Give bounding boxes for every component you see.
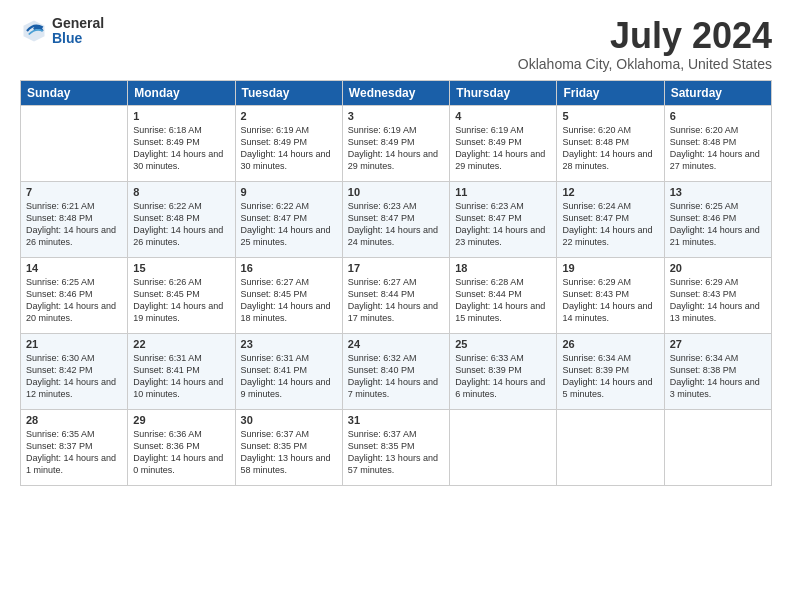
day-number: 19 bbox=[562, 262, 658, 274]
day-number: 12 bbox=[562, 186, 658, 198]
day-cell: 14Sunrise: 6:25 AM Sunset: 8:46 PM Dayli… bbox=[21, 257, 128, 333]
day-cell bbox=[450, 409, 557, 485]
day-number: 4 bbox=[455, 110, 551, 122]
day-info: Sunrise: 6:25 AM Sunset: 8:46 PM Dayligh… bbox=[670, 200, 766, 249]
day-cell: 11Sunrise: 6:23 AM Sunset: 8:47 PM Dayli… bbox=[450, 181, 557, 257]
weekday-header-sunday: Sunday bbox=[21, 80, 128, 105]
day-number: 15 bbox=[133, 262, 229, 274]
day-cell: 24Sunrise: 6:32 AM Sunset: 8:40 PM Dayli… bbox=[342, 333, 449, 409]
weekday-header-saturday: Saturday bbox=[664, 80, 771, 105]
page: General Blue July 2024 Oklahoma City, Ok… bbox=[0, 0, 792, 612]
week-row-3: 14Sunrise: 6:25 AM Sunset: 8:46 PM Dayli… bbox=[21, 257, 772, 333]
subtitle: Oklahoma City, Oklahoma, United States bbox=[518, 56, 772, 72]
day-info: Sunrise: 6:34 AM Sunset: 8:39 PM Dayligh… bbox=[562, 352, 658, 401]
day-cell: 31Sunrise: 6:37 AM Sunset: 8:35 PM Dayli… bbox=[342, 409, 449, 485]
day-cell bbox=[664, 409, 771, 485]
day-info: Sunrise: 6:27 AM Sunset: 8:44 PM Dayligh… bbox=[348, 276, 444, 325]
day-number: 5 bbox=[562, 110, 658, 122]
day-number: 30 bbox=[241, 414, 337, 426]
day-info: Sunrise: 6:37 AM Sunset: 8:35 PM Dayligh… bbox=[348, 428, 444, 477]
day-cell: 25Sunrise: 6:33 AM Sunset: 8:39 PM Dayli… bbox=[450, 333, 557, 409]
day-cell: 15Sunrise: 6:26 AM Sunset: 8:45 PM Dayli… bbox=[128, 257, 235, 333]
day-cell: 5Sunrise: 6:20 AM Sunset: 8:48 PM Daylig… bbox=[557, 105, 664, 181]
day-info: Sunrise: 6:35 AM Sunset: 8:37 PM Dayligh… bbox=[26, 428, 122, 477]
day-info: Sunrise: 6:37 AM Sunset: 8:35 PM Dayligh… bbox=[241, 428, 337, 477]
day-cell: 19Sunrise: 6:29 AM Sunset: 8:43 PM Dayli… bbox=[557, 257, 664, 333]
day-cell: 9Sunrise: 6:22 AM Sunset: 8:47 PM Daylig… bbox=[235, 181, 342, 257]
day-info: Sunrise: 6:21 AM Sunset: 8:48 PM Dayligh… bbox=[26, 200, 122, 249]
weekday-header-monday: Monday bbox=[128, 80, 235, 105]
main-title: July 2024 bbox=[518, 16, 772, 56]
week-row-1: 1Sunrise: 6:18 AM Sunset: 8:49 PM Daylig… bbox=[21, 105, 772, 181]
day-cell: 27Sunrise: 6:34 AM Sunset: 8:38 PM Dayli… bbox=[664, 333, 771, 409]
day-info: Sunrise: 6:31 AM Sunset: 8:41 PM Dayligh… bbox=[133, 352, 229, 401]
day-cell: 18Sunrise: 6:28 AM Sunset: 8:44 PM Dayli… bbox=[450, 257, 557, 333]
day-cell bbox=[557, 409, 664, 485]
day-number: 7 bbox=[26, 186, 122, 198]
weekday-header-thursday: Thursday bbox=[450, 80, 557, 105]
day-info: Sunrise: 6:20 AM Sunset: 8:48 PM Dayligh… bbox=[670, 124, 766, 173]
day-info: Sunrise: 6:24 AM Sunset: 8:47 PM Dayligh… bbox=[562, 200, 658, 249]
day-info: Sunrise: 6:26 AM Sunset: 8:45 PM Dayligh… bbox=[133, 276, 229, 325]
day-number: 18 bbox=[455, 262, 551, 274]
week-row-2: 7Sunrise: 6:21 AM Sunset: 8:48 PM Daylig… bbox=[21, 181, 772, 257]
day-info: Sunrise: 6:19 AM Sunset: 8:49 PM Dayligh… bbox=[348, 124, 444, 173]
day-info: Sunrise: 6:25 AM Sunset: 8:46 PM Dayligh… bbox=[26, 276, 122, 325]
day-cell: 20Sunrise: 6:29 AM Sunset: 8:43 PM Dayli… bbox=[664, 257, 771, 333]
day-cell: 10Sunrise: 6:23 AM Sunset: 8:47 PM Dayli… bbox=[342, 181, 449, 257]
day-number: 29 bbox=[133, 414, 229, 426]
day-number: 26 bbox=[562, 338, 658, 350]
day-info: Sunrise: 6:30 AM Sunset: 8:42 PM Dayligh… bbox=[26, 352, 122, 401]
day-number: 2 bbox=[241, 110, 337, 122]
day-number: 8 bbox=[133, 186, 229, 198]
day-number: 22 bbox=[133, 338, 229, 350]
day-cell: 7Sunrise: 6:21 AM Sunset: 8:48 PM Daylig… bbox=[21, 181, 128, 257]
day-number: 28 bbox=[26, 414, 122, 426]
day-cell: 6Sunrise: 6:20 AM Sunset: 8:48 PM Daylig… bbox=[664, 105, 771, 181]
day-number: 20 bbox=[670, 262, 766, 274]
logo-text: General Blue bbox=[52, 16, 104, 47]
day-number: 9 bbox=[241, 186, 337, 198]
day-info: Sunrise: 6:29 AM Sunset: 8:43 PM Dayligh… bbox=[562, 276, 658, 325]
day-cell: 2Sunrise: 6:19 AM Sunset: 8:49 PM Daylig… bbox=[235, 105, 342, 181]
logo-icon bbox=[20, 17, 48, 45]
day-cell: 26Sunrise: 6:34 AM Sunset: 8:39 PM Dayli… bbox=[557, 333, 664, 409]
logo-general: General bbox=[52, 16, 104, 31]
day-info: Sunrise: 6:34 AM Sunset: 8:38 PM Dayligh… bbox=[670, 352, 766, 401]
day-cell: 13Sunrise: 6:25 AM Sunset: 8:46 PM Dayli… bbox=[664, 181, 771, 257]
day-cell: 12Sunrise: 6:24 AM Sunset: 8:47 PM Dayli… bbox=[557, 181, 664, 257]
logo: General Blue bbox=[20, 16, 104, 47]
header: General Blue July 2024 Oklahoma City, Ok… bbox=[20, 16, 772, 72]
day-cell: 8Sunrise: 6:22 AM Sunset: 8:48 PM Daylig… bbox=[128, 181, 235, 257]
day-cell: 16Sunrise: 6:27 AM Sunset: 8:45 PM Dayli… bbox=[235, 257, 342, 333]
day-number: 13 bbox=[670, 186, 766, 198]
day-number: 10 bbox=[348, 186, 444, 198]
day-number: 11 bbox=[455, 186, 551, 198]
day-cell: 21Sunrise: 6:30 AM Sunset: 8:42 PM Dayli… bbox=[21, 333, 128, 409]
day-info: Sunrise: 6:23 AM Sunset: 8:47 PM Dayligh… bbox=[348, 200, 444, 249]
day-info: Sunrise: 6:32 AM Sunset: 8:40 PM Dayligh… bbox=[348, 352, 444, 401]
logo-blue: Blue bbox=[52, 31, 104, 46]
calendar: SundayMondayTuesdayWednesdayThursdayFrid… bbox=[20, 80, 772, 486]
day-cell: 1Sunrise: 6:18 AM Sunset: 8:49 PM Daylig… bbox=[128, 105, 235, 181]
day-cell bbox=[21, 105, 128, 181]
day-info: Sunrise: 6:20 AM Sunset: 8:48 PM Dayligh… bbox=[562, 124, 658, 173]
day-info: Sunrise: 6:23 AM Sunset: 8:47 PM Dayligh… bbox=[455, 200, 551, 249]
day-number: 14 bbox=[26, 262, 122, 274]
day-cell: 4Sunrise: 6:19 AM Sunset: 8:49 PM Daylig… bbox=[450, 105, 557, 181]
day-info: Sunrise: 6:22 AM Sunset: 8:48 PM Dayligh… bbox=[133, 200, 229, 249]
day-number: 23 bbox=[241, 338, 337, 350]
day-info: Sunrise: 6:22 AM Sunset: 8:47 PM Dayligh… bbox=[241, 200, 337, 249]
day-info: Sunrise: 6:18 AM Sunset: 8:49 PM Dayligh… bbox=[133, 124, 229, 173]
day-number: 1 bbox=[133, 110, 229, 122]
week-row-5: 28Sunrise: 6:35 AM Sunset: 8:37 PM Dayli… bbox=[21, 409, 772, 485]
weekday-header-tuesday: Tuesday bbox=[235, 80, 342, 105]
day-cell: 3Sunrise: 6:19 AM Sunset: 8:49 PM Daylig… bbox=[342, 105, 449, 181]
day-number: 25 bbox=[455, 338, 551, 350]
day-info: Sunrise: 6:31 AM Sunset: 8:41 PM Dayligh… bbox=[241, 352, 337, 401]
day-number: 6 bbox=[670, 110, 766, 122]
day-cell: 30Sunrise: 6:37 AM Sunset: 8:35 PM Dayli… bbox=[235, 409, 342, 485]
day-cell: 29Sunrise: 6:36 AM Sunset: 8:36 PM Dayli… bbox=[128, 409, 235, 485]
day-number: 3 bbox=[348, 110, 444, 122]
day-info: Sunrise: 6:36 AM Sunset: 8:36 PM Dayligh… bbox=[133, 428, 229, 477]
